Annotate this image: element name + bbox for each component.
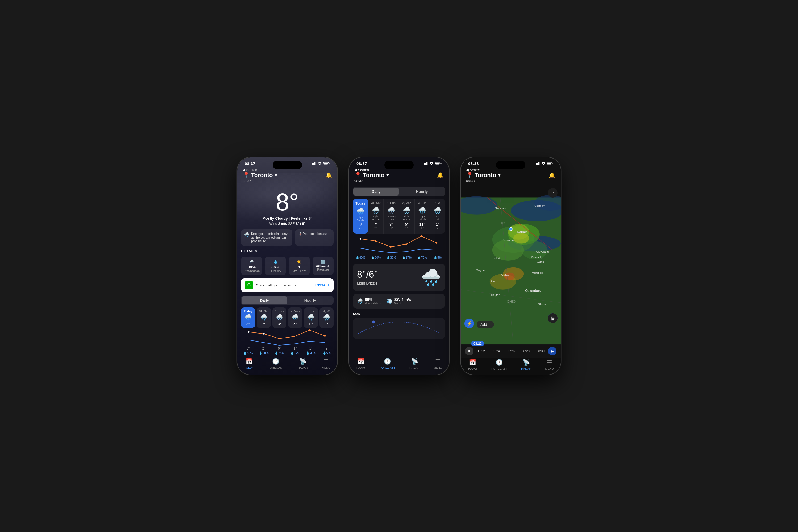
- svg-point-72: [509, 227, 512, 231]
- bell-icon-3[interactable]: 🔔: [549, 172, 555, 178]
- svg-text:Dayton: Dayton: [491, 294, 500, 297]
- nav-today-2[interactable]: 📅TODAY: [356, 358, 366, 369]
- nav-radar-1[interactable]: 📡RADAR: [298, 358, 308, 369]
- location-time-2: 08:37: [354, 179, 390, 183]
- daily-tab-2[interactable]: Daily: [353, 188, 399, 195]
- svg-rect-2: [315, 162, 315, 165]
- svg-rect-1: [314, 163, 314, 165]
- timeline-controls[interactable]: ⏸ 08:22 08:24 08:26 08:28 08:30 ▶: [461, 346, 561, 357]
- precip-row-1: 💧80% 💧80% 💧38% 💧17% 💧70% 💧5%: [241, 352, 334, 355]
- daily-col-sat[interactable]: 31, Sat 🌧️ LightDrizzle 7° 2°: [368, 199, 384, 233]
- daily-col-today[interactable]: Today 🌧️ LightDrizzle 8° 6°: [353, 199, 368, 233]
- dynamic-island-1: [273, 161, 302, 169]
- svg-point-27: [436, 242, 437, 244]
- phone-1: 08:37 ◀ Search 📍 Toronto ▼ 08:37: [237, 157, 338, 375]
- back-search-2[interactable]: ◀ Search: [354, 168, 390, 172]
- svg-text:Columbus: Columbus: [525, 289, 540, 292]
- svg-rect-16: [426, 162, 427, 165]
- nav-today-3[interactable]: 📅TODAY: [468, 359, 477, 370]
- details-cards: 🌧️80%Precipitation 💧86%Humidity ☀️1UV – …: [241, 257, 334, 275]
- temp-graph-1: [241, 328, 334, 347]
- ad-banner-1[interactable]: G Correct all grammar errors INSTALL: [241, 278, 334, 292]
- header-3: ◀ Search 📍 Toronto ▼ 08:38 🔔: [461, 167, 561, 185]
- nav-today-1[interactable]: 📅TODAY: [244, 358, 254, 369]
- svg-point-28: [372, 320, 375, 323]
- location-name-2[interactable]: 📍 Toronto ▼: [354, 172, 390, 179]
- svg-text:Ann Arbor: Ann Arbor: [503, 239, 515, 242]
- svg-rect-3: [316, 162, 316, 165]
- svg-point-13: [324, 335, 326, 337]
- big-temp-1: 8°: [237, 190, 337, 214]
- daily-col-sun[interactable]: 1, Sun 🌨️ FreezingRain 3° 0°: [384, 199, 399, 233]
- svg-rect-32: [539, 162, 540, 165]
- location-name-1[interactable]: 📍 Toronto ▼: [243, 172, 278, 179]
- svg-rect-7: [329, 163, 330, 164]
- back-search-1[interactable]: ◀ Search: [243, 168, 278, 172]
- details-header: DETAILS: [241, 249, 334, 253]
- lightning-btn[interactable]: ⚡: [464, 319, 474, 328]
- daily-col-tue[interactable]: 3, Tue 🌧️ LightDrizzle 11° 1°: [415, 199, 430, 233]
- svg-text:Chatham: Chatham: [534, 204, 545, 207]
- status-time-1: 08:37: [245, 161, 255, 166]
- map-container[interactable]: Saginaw Flint Detroit Ann Arbor Chatham …: [461, 185, 561, 358]
- precip-detail: 🌧️ 80% Precipitation: [357, 298, 381, 305]
- bottom-nav-1: 📅TODAY 🕐FORECAST 📡RADAR ☰MENU: [237, 355, 337, 375]
- nav-menu-1[interactable]: ☰MENU: [322, 358, 330, 369]
- nav-menu-3[interactable]: ☰MENU: [545, 359, 554, 370]
- daily-col-mon[interactable]: 2, Mon 🌧️ LightDrizzle 5° 1°: [399, 199, 415, 233]
- timeline-t1: 08:22: [477, 349, 485, 353]
- nav-radar-2[interactable]: 📡RADAR: [410, 358, 420, 369]
- hourly-tab-1[interactable]: Hourly: [287, 296, 333, 304]
- ad-logo: G: [245, 281, 253, 289]
- svg-point-11: [294, 336, 295, 337]
- svg-text:Wayne: Wayne: [476, 269, 484, 272]
- add-location-btn[interactable]: Add +: [477, 321, 494, 328]
- hourly-tab-2[interactable]: Hourly: [399, 188, 445, 195]
- svg-text:Mansfield: Mansfield: [532, 271, 543, 274]
- layers-btn[interactable]: ⊞: [548, 314, 557, 323]
- timeline-t5: 08:30: [536, 349, 545, 353]
- cloud-icon: 🌧️: [421, 268, 441, 287]
- svg-rect-36: [552, 163, 553, 164]
- bell-icon-2[interactable]: 🔔: [437, 172, 444, 178]
- svg-point-22: [360, 238, 361, 240]
- nav-forecast-2[interactable]: 🕐FORECAST: [380, 358, 396, 369]
- today-details-row: 🌧️ 80% Precipitation 💨 SW 4 m/s Wind: [353, 294, 445, 308]
- ad-text: Correct all grammar errors: [256, 283, 314, 287]
- svg-point-9: [263, 333, 265, 335]
- svg-rect-0: [312, 163, 313, 165]
- timeline-current-time: 08:22: [471, 341, 484, 346]
- status-time-3: 08:38: [468, 161, 479, 166]
- today-condition: Light Drizzle: [357, 281, 378, 285]
- daily-hourly-toggle-1[interactable]: Daily Hourly: [241, 296, 334, 305]
- nav-forecast-3[interactable]: 🕐FORECAST: [491, 359, 507, 370]
- svg-rect-21: [441, 163, 441, 164]
- graph-area-2: [353, 233, 445, 255]
- svg-rect-14: [424, 163, 425, 165]
- forecast-tabs-2[interactable]: Daily Hourly: [353, 187, 445, 196]
- daily-col-wed[interactable]: 4, W 🌧️ LicDriz 1° 2: [430, 199, 445, 233]
- svg-point-23: [375, 240, 376, 242]
- svg-text:Sandusky: Sandusky: [531, 255, 543, 259]
- ad-install-btn[interactable]: INSTALL: [316, 283, 330, 287]
- wind-detail: 💨 SW 4 m/s Wind: [386, 298, 411, 305]
- timeline-t4: 08:28: [521, 349, 530, 353]
- daily-tab-1[interactable]: Daily: [242, 296, 287, 304]
- dynamic-island-2: [384, 161, 414, 169]
- forward-btn[interactable]: ▶: [548, 347, 556, 355]
- back-search-3[interactable]: ◀ Search: [466, 168, 501, 172]
- bell-icon-1[interactable]: 🔔: [325, 172, 332, 178]
- forecast-low-row: 6° 2° 0° 1° 1° 2: [241, 347, 334, 350]
- nav-radar-3[interactable]: 📡RADAR: [521, 359, 531, 370]
- status-time-2: 08:37: [357, 161, 367, 166]
- svg-text:Findlay: Findlay: [500, 273, 509, 277]
- location-time-1: 08:37: [243, 179, 278, 183]
- svg-point-33: [543, 164, 544, 165]
- pause-btn[interactable]: ⏸: [465, 347, 474, 355]
- nav-menu-2[interactable]: ☰MENU: [434, 358, 442, 369]
- svg-rect-15: [425, 163, 426, 165]
- expand-map-btn[interactable]: ⤢: [548, 188, 557, 198]
- location-name-3[interactable]: 📍 Toronto ▼: [466, 172, 501, 179]
- tip-text-1: Keep your umbrella today as there's a me…: [251, 232, 289, 243]
- nav-forecast-1[interactable]: 🕐FORECAST: [268, 358, 284, 369]
